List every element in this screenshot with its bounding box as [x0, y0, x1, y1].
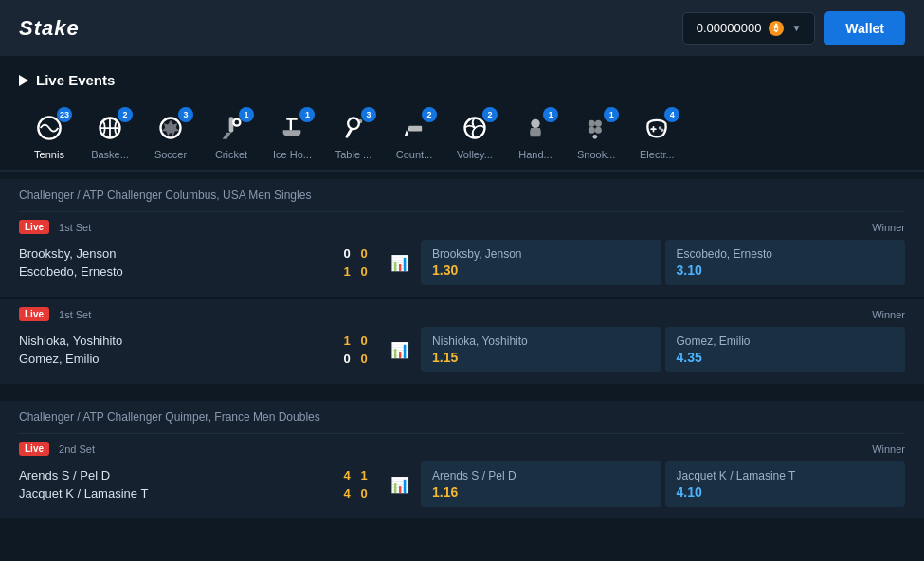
balance-amount: 0.00000000 — [697, 21, 762, 35]
header-right: 0.00000000 ₿ ▼ Wallet — [682, 11, 905, 45]
sport-item-counter[interactable]: 2 Count... — [384, 105, 444, 170]
bet-odds-2a: 1.15 — [432, 350, 650, 365]
counter-label: Count... — [396, 149, 433, 160]
main-content: Live Events 23 Tennis 2 Bas — [0, 57, 924, 518]
svg-point-8 — [358, 119, 363, 124]
svg-point-17 — [593, 135, 598, 139]
bet-box-3a[interactable]: Arends S / Pel D 1.16 — [421, 461, 661, 507]
basketball-label: Baske... — [91, 149, 129, 160]
snooker-label: Snook... — [577, 149, 615, 160]
esports-badge: 4 — [664, 107, 679, 122]
logo: Stake — [19, 16, 80, 41]
winner-label-2: Winner — [872, 309, 905, 320]
scores-2a: 1 0 — [341, 334, 370, 348]
live-events-header: Live Events — [0, 57, 924, 98]
esports-label: Electr... — [640, 149, 675, 160]
score-game-1b: 0 — [358, 264, 370, 279]
sport-item-soccer[interactable]: 3 Soccer — [140, 105, 201, 170]
score-game-2a: 0 — [358, 334, 370, 348]
match-block-2: Live 1st Set Winner Nishioka, Yoshihito … — [0, 299, 924, 384]
sport-item-handball[interactable]: 1 Hand... — [505, 105, 566, 170]
sport-item-volleyball[interactable]: 2 Volley... — [444, 105, 505, 170]
volleyball-badge: 2 — [482, 107, 498, 122]
bet-options-1: Brooksby, Jenson 1.30 Escobedo, Ernesto … — [421, 240, 905, 285]
sport-item-basketball[interactable]: 2 Baske... — [80, 105, 140, 170]
bet-box-1a[interactable]: Brooksby, Jenson 1.30 — [421, 240, 661, 285]
sport-item-tennis[interactable]: 23 Tennis — [19, 105, 80, 172]
scores-1a: 0 0 — [341, 246, 370, 261]
score-game-3a: 1 — [358, 468, 370, 482]
section-title-1: Challenger / ATP Challenger Columbus, US… — [19, 189, 311, 202]
balance-button[interactable]: 0.00000000 ₿ ▼ — [682, 12, 816, 45]
player-name-3a: Arends S / Pel D — [19, 468, 110, 482]
live-badge-1: Live — [19, 220, 49, 234]
svg-rect-10 — [408, 128, 409, 130]
player-name-2a: Nishioka, Yoshihito — [19, 334, 122, 348]
bet-options-3: Arends S / Pel D 1.16 Jacquet K / Lamasi… — [421, 461, 905, 507]
player-name-1b: Escobedo, Ernesto — [19, 264, 123, 279]
match-players-2: Nishioka, Yoshihito 1 0 Gomez, Emilio 0 … — [19, 327, 379, 372]
bet-player-3a: Arends S / Pel D — [432, 469, 650, 482]
svg-point-16 — [595, 127, 602, 134]
svg-point-5 — [233, 119, 240, 126]
sport-item-icehockey[interactable]: 1 Ice Ho... — [262, 105, 323, 170]
bet-box-2a[interactable]: Nishioka, Yoshihito 1.15 — [421, 327, 661, 372]
tabletennis-icon-wrap: 3 — [336, 111, 371, 145]
player-name-2b: Gomez, Emilio — [19, 352, 100, 366]
scores-3b: 4 0 — [341, 486, 370, 500]
scores-3a: 4 1 — [341, 468, 370, 482]
icehockey-badge: 1 — [299, 107, 315, 122]
soccer-label: Soccer — [154, 149, 187, 160]
counter-icon-wrap: 2 — [397, 111, 431, 145]
volleyball-icon-wrap: 2 — [458, 111, 492, 145]
cricket-icon-wrap: 1 — [214, 111, 248, 145]
sport-item-snooker[interactable]: 1 Snook... — [566, 105, 626, 170]
bet-odds-3b: 4.10 — [677, 484, 895, 499]
section-header-2: Challenger / ATP Challenger Quimper, Fra… — [0, 401, 924, 433]
bet-player-2b: Gomez, Emilio — [677, 335, 895, 348]
match-block-3: Live 2nd Set Winner Arends S / Pel D 4 1… — [0, 433, 924, 518]
svg-point-12 — [531, 119, 539, 128]
bet-odds-1b: 3.10 — [677, 262, 895, 278]
player-row-2a: Nishioka, Yoshihito 1 0 — [19, 334, 370, 348]
match-status-row-2: Live 1st Set Winner — [19, 299, 905, 327]
scores-2b: 0 0 — [341, 352, 370, 366]
bet-player-1a: Brooksby, Jenson — [432, 247, 650, 261]
basketball-badge: 2 — [118, 107, 133, 122]
svg-point-13 — [589, 120, 595, 127]
stats-icon-3[interactable]: 📊 — [383, 461, 417, 507]
wallet-button[interactable]: Wallet — [824, 11, 905, 45]
match-status-row-1: Live 1st Set Winner — [19, 211, 905, 240]
bet-box-2b[interactable]: Gomez, Emilio 4.35 — [665, 327, 906, 372]
score-set-2b: 0 — [341, 352, 353, 366]
match-players-1: Brooksby, Jenson 0 0 Escobedo, Ernesto 1… — [19, 240, 379, 285]
tennis-badge: 23 — [57, 107, 72, 122]
bet-box-1b[interactable]: Escobedo, Ernesto 3.10 — [665, 240, 906, 285]
icehockey-label: Ice Ho... — [273, 149, 312, 160]
chevron-down-icon: ▼ — [791, 23, 801, 33]
score-game-3b: 0 — [358, 486, 370, 500]
scores-1b: 1 0 — [341, 264, 370, 279]
section-header-1: Challenger / ATP Challenger Columbus, US… — [0, 179, 924, 211]
cricket-label: Cricket — [215, 149, 247, 160]
sport-item-cricket[interactable]: 1 Cricket — [201, 105, 262, 170]
basketball-icon-wrap: 2 — [93, 111, 127, 145]
handball-label: Hand... — [518, 149, 552, 160]
sport-item-tabletennis[interactable]: 3 Table ... — [323, 105, 384, 170]
sports-nav: 23 Tennis 2 Baske... 3 — [0, 98, 924, 172]
bet-player-1b: Escobedo, Ernesto — [677, 247, 895, 261]
svg-rect-6 — [290, 119, 292, 131]
score-game-1a: 0 — [358, 246, 370, 261]
score-set-2a: 1 — [341, 334, 353, 348]
sport-item-esports[interactable]: 4 Electr... — [626, 105, 687, 170]
cricket-badge: 1 — [239, 107, 254, 122]
snooker-icon-wrap: 1 — [579, 111, 613, 145]
match-block-1: Live 1st Set Winner Brooksby, Jenson 0 0… — [0, 211, 924, 297]
bet-box-3b[interactable]: Jacquet K / Lamasine T 4.10 — [665, 461, 906, 507]
stats-icon-1[interactable]: 📊 — [383, 240, 417, 285]
stats-icon-2[interactable]: 📊 — [383, 327, 417, 372]
match-row-1: Brooksby, Jenson 0 0 Escobedo, Ernesto 1… — [19, 240, 905, 285]
section-title-2: Challenger / ATP Challenger Quimper, Fra… — [19, 410, 320, 424]
svg-point-19 — [661, 129, 664, 133]
tabletennis-badge: 3 — [361, 107, 376, 122]
